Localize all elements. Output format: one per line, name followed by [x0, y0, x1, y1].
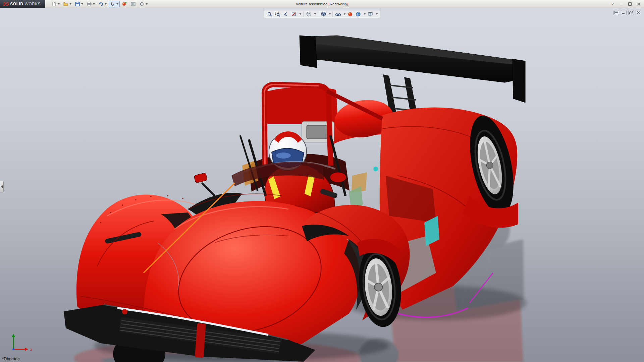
title-bar: ЗS SOLIDWORKS Voiture assemblee [Read-on… — [0, 0, 644, 8]
print-dropdown[interactable] — [93, 3, 95, 5]
solidworks-logo-mark: ЗS — [3, 1, 9, 7]
new-document-icon — [51, 1, 57, 7]
options-dropdown[interactable] — [146, 3, 148, 5]
open-button[interactable] — [62, 1, 73, 7]
save-button[interactable] — [73, 1, 85, 7]
eyeglasses-icon — [335, 12, 341, 17]
close-document-icon — [637, 11, 640, 14]
hide-show-items-button[interactable] — [335, 11, 342, 17]
undo-icon — [98, 1, 104, 7]
teal-detail — [373, 167, 378, 171]
appearance-ball-icon — [122, 1, 127, 7]
graphics-viewport[interactable]: x *Dimetric — [0, 8, 644, 362]
heads-up-view-toolbar — [263, 10, 381, 18]
undo-button[interactable] — [97, 1, 108, 7]
section-view-dropdown[interactable] — [300, 13, 302, 15]
view-orientation-label: *Dimetric — [2, 356, 20, 361]
solidworks-logo: ЗS SOLIDWORKS — [0, 0, 45, 8]
collapse-arrow-icon — [1, 185, 3, 188]
view-settings-button[interactable] — [367, 11, 374, 17]
view-settings-dropdown[interactable] — [376, 13, 378, 15]
document-window-controls — [613, 10, 641, 15]
hud-separator — [303, 11, 304, 17]
previous-view-button[interactable] — [282, 11, 289, 17]
titlebar-controls: ? — [609, 1, 644, 7]
minimize-document-icon — [622, 11, 626, 14]
view-orientation-cube-icon — [306, 11, 311, 17]
appearance-sphere-icon — [348, 12, 353, 17]
undo-dropdown[interactable] — [105, 3, 107, 5]
save-dropdown[interactable] — [81, 3, 83, 5]
edit-appearance-hud-button[interactable] — [347, 11, 354, 17]
z-axis-dot — [12, 348, 14, 350]
zoom-to-fit-button[interactable] — [266, 11, 273, 17]
maximize-icon — [628, 2, 632, 6]
minimize-button[interactable] — [618, 1, 625, 7]
tile-windows-icon — [614, 11, 618, 14]
view-settings-icon — [368, 12, 373, 17]
viewport-canvas[interactable]: x — [0, 8, 644, 362]
zoom-to-area-icon — [275, 12, 280, 17]
hud-separator-2 — [318, 11, 318, 17]
new-document-dropdown[interactable] — [58, 3, 60, 5]
minimize-icon — [620, 2, 623, 6]
minimize-document-button[interactable] — [621, 10, 627, 15]
solidworks-logo-text-2: WORKS — [25, 2, 41, 6]
print-icon — [87, 1, 92, 7]
display-style-button[interactable] — [320, 11, 327, 17]
apply-scene-globe-icon — [356, 12, 361, 17]
zoom-to-area-button[interactable] — [274, 11, 281, 17]
options-button[interactable] — [138, 1, 149, 7]
close-button[interactable] — [635, 1, 642, 7]
hide-show-items-dropdown[interactable] — [344, 13, 346, 15]
tile-windows-button[interactable] — [613, 10, 619, 15]
x-axis-label: x — [30, 347, 32, 352]
view-orientation-dropdown[interactable] — [314, 13, 316, 15]
edit-appearance-button[interactable] — [120, 1, 128, 7]
restore-document-icon — [629, 11, 633, 14]
x-axis-arrow — [25, 348, 28, 351]
zoom-to-fit-icon — [267, 12, 272, 17]
maximize-button[interactable] — [627, 1, 633, 7]
help-button[interactable]: ? — [609, 1, 616, 7]
previous-view-icon — [283, 12, 288, 17]
design-table-button[interactable] — [129, 1, 137, 7]
restore-document-button[interactable] — [628, 10, 634, 15]
solidworks-logo-text: SOLID — [10, 2, 23, 6]
panel-collapse-tab[interactable] — [0, 181, 4, 192]
section-view-icon — [291, 12, 297, 17]
display-style-dropdown[interactable] — [329, 13, 331, 15]
save-icon — [75, 1, 80, 7]
hud-separator-3 — [333, 11, 333, 17]
close-icon — [637, 2, 640, 6]
new-document-button[interactable] — [50, 1, 61, 7]
side-glass — [349, 186, 363, 208]
close-document-button[interactable] — [636, 10, 641, 15]
display-style-icon — [321, 11, 326, 17]
y-axis-arrow — [12, 334, 15, 337]
select-button[interactable] — [109, 1, 120, 7]
open-icon — [63, 1, 68, 7]
main-toolbar — [50, 1, 149, 7]
print-button[interactable] — [85, 1, 96, 7]
design-table-icon — [130, 1, 136, 7]
apply-scene-button[interactable] — [355, 11, 362, 17]
open-dropdown[interactable] — [69, 3, 71, 5]
view-orientation-button[interactable] — [305, 11, 312, 17]
apply-scene-dropdown[interactable] — [364, 13, 366, 15]
tow-hook — [122, 309, 127, 314]
select-cursor-icon — [110, 1, 115, 7]
select-dropdown[interactable] — [116, 3, 118, 5]
orientation-triad: x — [12, 334, 32, 352]
section-view-button[interactable] — [290, 11, 298, 17]
options-gear-icon — [139, 1, 145, 7]
